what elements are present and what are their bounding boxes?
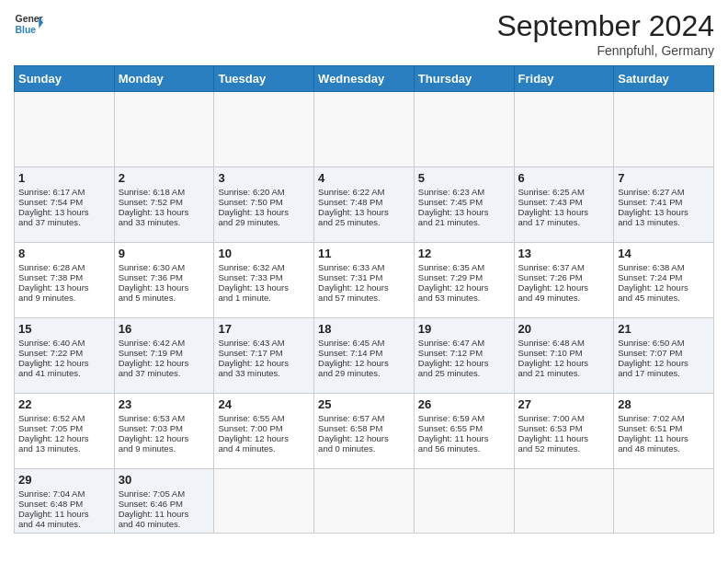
day-number: 26	[418, 397, 510, 411]
day-info: Sunset: 7:43 PM	[518, 197, 610, 207]
day-info: Daylight: 12 hours	[119, 433, 210, 443]
calendar-cell: 14Sunrise: 6:38 AMSunset: 7:24 PMDayligh…	[614, 243, 714, 318]
month-title: September 2024	[496, 9, 714, 43]
day-info: and 48 minutes.	[618, 443, 710, 454]
day-info: Sunset: 7:52 PM	[119, 197, 210, 207]
day-info: and 52 minutes.	[518, 443, 610, 454]
day-info: Sunrise: 6:22 AM	[318, 187, 410, 197]
calendar-cell	[514, 92, 614, 167]
title-block: September 2024 Fennpfuhl, Germany	[496, 9, 714, 58]
logo: General Blue	[14, 9, 43, 39]
day-info: Daylight: 12 hours	[18, 358, 110, 368]
calendar-cell: 10Sunrise: 6:32 AMSunset: 7:33 PMDayligh…	[214, 243, 314, 318]
day-info: Daylight: 11 hours	[618, 433, 710, 443]
calendar-cell: 1Sunrise: 6:17 AMSunset: 7:54 PMDaylight…	[15, 167, 115, 243]
calendar-cell	[614, 92, 714, 167]
day-number: 19	[418, 322, 510, 336]
day-info: Daylight: 13 hours	[18, 207, 110, 217]
calendar-cell	[214, 469, 314, 534]
day-info: Sunrise: 6:37 AM	[518, 262, 610, 272]
day-info: and 17 minutes.	[518, 217, 610, 227]
calendar-cell	[314, 469, 415, 534]
day-info: Sunset: 6:53 PM	[518, 423, 610, 433]
day-info: Sunset: 7:26 PM	[518, 272, 610, 282]
day-info: Sunset: 7:36 PM	[119, 272, 210, 282]
calendar-cell: 9Sunrise: 6:30 AMSunset: 7:36 PMDaylight…	[114, 243, 214, 318]
day-number: 3	[218, 171, 310, 185]
day-info: Sunset: 7:00 PM	[218, 423, 310, 433]
day-info: Sunrise: 6:53 AM	[119, 413, 210, 423]
svg-text:Blue: Blue	[16, 25, 37, 35]
day-number: 9	[119, 247, 210, 260]
day-info: and 33 minutes.	[218, 368, 310, 378]
day-info: Sunset: 7:07 PM	[618, 348, 710, 358]
calendar-cell: 20Sunrise: 6:48 AMSunset: 7:10 PMDayligh…	[514, 318, 614, 394]
day-info: Sunset: 7:54 PM	[18, 197, 110, 207]
day-info: and 25 minutes.	[418, 368, 510, 378]
day-info: and 57 minutes.	[318, 293, 410, 303]
day-info: and 33 minutes.	[119, 217, 210, 227]
day-info: Daylight: 12 hours	[318, 358, 410, 368]
day-info: and 49 minutes.	[518, 293, 610, 303]
day-info: Sunset: 7:10 PM	[518, 348, 610, 358]
day-number: 29	[18, 473, 110, 487]
day-info: Daylight: 13 hours	[218, 282, 310, 293]
day-info: Sunrise: 7:00 AM	[518, 413, 610, 423]
day-info: Daylight: 13 hours	[618, 207, 710, 217]
calendar-cell	[314, 92, 415, 167]
day-info: Sunset: 6:46 PM	[119, 499, 210, 509]
day-info: and 21 minutes.	[418, 217, 510, 227]
calendar-cell	[15, 92, 115, 167]
day-info: Sunrise: 6:35 AM	[418, 262, 510, 272]
calendar-week-4: 22Sunrise: 6:52 AMSunset: 7:05 PMDayligh…	[15, 394, 714, 469]
day-number: 22	[18, 397, 110, 411]
day-info: Sunrise: 6:28 AM	[18, 262, 110, 272]
day-info: and 56 minutes.	[418, 443, 510, 454]
day-number: 2	[119, 171, 210, 185]
day-info: and 17 minutes.	[618, 368, 710, 378]
day-info: Sunset: 7:41 PM	[618, 197, 710, 207]
day-number: 12	[418, 247, 510, 260]
day-info: Sunrise: 6:25 AM	[518, 187, 610, 197]
calendar-week-5: 29Sunrise: 7:04 AMSunset: 6:48 PMDayligh…	[15, 469, 714, 534]
day-number: 11	[318, 247, 410, 260]
calendar-cell: 5Sunrise: 6:23 AMSunset: 7:45 PMDaylight…	[414, 167, 514, 243]
day-info: Sunset: 7:50 PM	[218, 197, 310, 207]
page: General Blue September 2024 Fennpfuhl, G…	[0, 0, 728, 547]
day-info: Sunset: 7:48 PM	[318, 197, 410, 207]
calendar-table: SundayMondayTuesdayWednesdayThursdayFrid…	[14, 65, 714, 534]
day-info: Daylight: 13 hours	[18, 282, 110, 293]
day-info: and 9 minutes.	[18, 293, 110, 303]
day-info: Sunset: 7:33 PM	[218, 272, 310, 282]
day-info: Sunrise: 6:42 AM	[119, 338, 210, 348]
calendar-cell: 29Sunrise: 7:04 AMSunset: 6:48 PMDayligh…	[15, 469, 115, 534]
day-info: and 1 minute.	[218, 293, 310, 303]
calendar-cell: 12Sunrise: 6:35 AMSunset: 7:29 PMDayligh…	[414, 243, 514, 318]
day-info: Sunrise: 6:32 AM	[218, 262, 310, 272]
day-info: Daylight: 12 hours	[318, 433, 410, 443]
calendar-cell: 15Sunrise: 6:40 AMSunset: 7:22 PMDayligh…	[15, 318, 115, 394]
day-info: and 40 minutes.	[119, 519, 210, 529]
day-number: 10	[218, 247, 310, 260]
day-number: 25	[318, 397, 410, 411]
day-info: Sunrise: 6:59 AM	[418, 413, 510, 423]
calendar-cell: 4Sunrise: 6:22 AMSunset: 7:48 PMDaylight…	[314, 167, 415, 243]
day-info: Daylight: 12 hours	[618, 358, 710, 368]
day-info: Sunset: 6:51 PM	[618, 423, 710, 433]
weekday-header-row: SundayMondayTuesdayWednesdayThursdayFrid…	[15, 66, 714, 92]
calendar-cell: 30Sunrise: 7:05 AMSunset: 6:46 PMDayligh…	[114, 469, 214, 534]
day-info: Daylight: 13 hours	[119, 282, 210, 293]
day-info: Sunrise: 6:23 AM	[418, 187, 510, 197]
day-info: Sunrise: 6:48 AM	[518, 338, 610, 348]
calendar-week-2: 8Sunrise: 6:28 AMSunset: 7:38 PMDaylight…	[15, 243, 714, 318]
day-info: Daylight: 12 hours	[518, 282, 610, 293]
calendar-cell: 6Sunrise: 6:25 AMSunset: 7:43 PMDaylight…	[514, 167, 614, 243]
weekday-header-monday: Monday	[114, 66, 214, 92]
day-number: 5	[418, 171, 510, 185]
calendar-cell: 16Sunrise: 6:42 AMSunset: 7:19 PMDayligh…	[114, 318, 214, 394]
day-info: Sunrise: 6:17 AM	[18, 187, 110, 197]
day-info: Sunrise: 6:43 AM	[218, 338, 310, 348]
day-info: Daylight: 12 hours	[418, 282, 510, 293]
day-number: 18	[318, 322, 410, 336]
day-info: Sunset: 7:05 PM	[18, 423, 110, 433]
